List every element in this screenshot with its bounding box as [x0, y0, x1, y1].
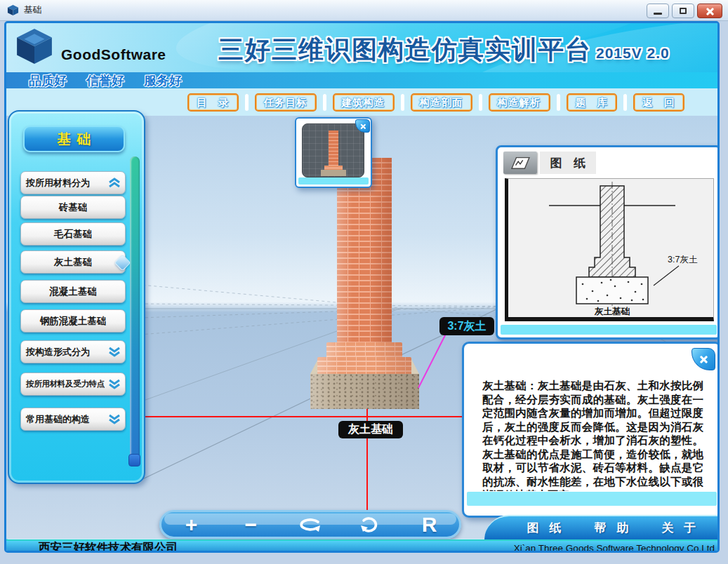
close-icon — [359, 123, 365, 128]
drawing-panel: 图 纸 — [496, 145, 720, 340]
thumbnail-panel-strip — [298, 177, 369, 184]
maximize-icon — [680, 8, 687, 14]
foundation-section-drawing: 3:7灰土 灰土基础 — [508, 179, 713, 317]
footer-links-bar: 图 纸 帮 助 关 于 — [484, 515, 720, 539]
sidebar-item-label: 常用基础的构造 — [26, 413, 90, 426]
app-version: 2015V 2.0 — [596, 45, 670, 61]
model-thumbnail[interactable] — [302, 123, 364, 177]
sidebar-item-label: 按构造形式分为 — [26, 346, 90, 358]
technical-drawing: 3:7灰土 灰土基础 — [505, 178, 714, 321]
nav-catalog-button[interactable]: 目 录 — [187, 93, 239, 112]
sidebar-scrollbar-track[interactable] — [130, 156, 140, 466]
page-title: 三好三维识图构造仿真实训平台2015V 2.0 — [218, 33, 670, 67]
close-button[interactable] — [697, 4, 722, 18]
company-name-en: Xi`an Three Goods Software Technology Co… — [514, 543, 715, 553]
double-chevron-down-icon — [107, 347, 121, 357]
nav-divider — [245, 94, 249, 111]
footer-link-drawing[interactable]: 图 纸 — [527, 520, 565, 536]
brick-step-lower — [317, 357, 411, 375]
sidebar-item-lime-soil-foundation[interactable]: 灰土基础 — [20, 250, 126, 274]
foundation-description-text: 灰土基础：灰土基础是由石灰、土和水按比例配合，经分层夯实而成的基础。灰土强度在一… — [482, 379, 703, 491]
drawing-annotation: 3:7灰土 — [668, 255, 698, 264]
reset-view-button[interactable]: R — [399, 512, 459, 537]
drawing-panel-strip — [501, 325, 717, 335]
goodsoftware-cube-icon — [15, 26, 54, 67]
lime-soil-foundation-block — [310, 374, 419, 409]
status-bar: 西安三好软件技术有限公司 Xi`an Three Goods Software … — [6, 539, 720, 553]
screen: 基础 GoodSoftware 三好三维识图构造仿真实训平台2015V 2.0 — [0, 0, 728, 564]
rotate-left-icon — [298, 516, 322, 533]
description-close-button[interactable] — [691, 348, 715, 370]
sidebar-title-foundation[interactable]: 基础 — [23, 126, 125, 152]
sidebar-category-by-form[interactable]: 按构造形式分为 — [20, 340, 126, 363]
nav-return-button[interactable]: 返 回 — [633, 93, 684, 112]
drawing-caption: 灰土基础 — [594, 307, 630, 316]
sidebar-category-by-material[interactable]: 按所用材料分为 — [20, 171, 126, 194]
slogan-reputation: 信誉好 — [86, 72, 124, 89]
view-toolbar: + − R — [159, 510, 461, 539]
slogan-quality: 品质好 — [29, 72, 67, 89]
app-window: GoodSoftware 三好三维识图构造仿真实训平台2015V 2.0 品质好… — [4, 21, 720, 553]
window-title: 基础 — [24, 4, 41, 16]
footer-link-about[interactable]: 关 于 — [661, 520, 699, 536]
maximize-button[interactable] — [672, 4, 694, 18]
nav-divider — [401, 94, 404, 111]
sidebar-item-brick-foundation[interactable]: 砖基础 — [20, 196, 126, 219]
slogan-service: 服务好 — [144, 72, 182, 89]
footer-link-help[interactable]: 帮 助 — [595, 520, 633, 536]
sidebar-item-label: 灰土基础 — [54, 256, 92, 269]
double-chevron-up-icon — [107, 177, 121, 188]
window-titlebar: 基础 — [0, 0, 728, 21]
app-title-text: 三好三维识图构造仿真实训平台 — [218, 35, 592, 64]
description-panel: 灰土基础：灰土基础是由石灰、土和水按比例配合，经分层夯实而成的基础。灰土强度在一… — [462, 342, 720, 518]
logo-text: GoodSoftware — [61, 46, 166, 63]
double-chevron-down-icon — [107, 379, 121, 389]
thumbnail-column — [329, 130, 338, 167]
nav-building-construction-button[interactable]: 建筑构造 — [333, 93, 395, 112]
sidebar-category-by-material-and-force[interactable]: 按所用材料及受力特点 — [20, 372, 126, 396]
minimize-button[interactable] — [647, 4, 669, 18]
model-thumbnail-panel — [295, 117, 372, 188]
close-icon — [706, 7, 714, 15]
selected-diamond-icon — [114, 254, 131, 271]
thumbnail-base — [321, 170, 346, 176]
nav-divider — [557, 94, 560, 111]
window-controls — [647, 4, 722, 18]
model-name-badge: 灰土基础 — [338, 421, 403, 438]
sidebar-scrollbar-thumb[interactable] — [128, 454, 140, 466]
sidebar-item-label: 按所用材料及受力特点 — [26, 379, 105, 389]
sidebar-item-label: 按所用材料分为 — [26, 177, 90, 189]
zoom-out-button[interactable]: − — [221, 512, 281, 537]
sidebar-item-rubble-foundation[interactable]: 毛石基础 — [20, 222, 126, 246]
rotate-left-button[interactable] — [281, 512, 340, 537]
nav-buttons: 目 录 任务目标 建筑构造 构造剖面 构造解析 题 库 返 回 — [187, 93, 684, 112]
app-header: GoodSoftware 三好三维识图构造仿真实训平台2015V 2.0 — [6, 23, 720, 72]
double-chevron-down-icon — [107, 414, 121, 424]
sidebar-item-concrete-foundation[interactable]: 混凝土基础 — [20, 280, 126, 303]
nav-construction-analysis-button[interactable]: 构造解析 — [489, 93, 550, 112]
app-cube-icon — [7, 4, 19, 16]
nav-construction-section-button[interactable]: 构造剖面 — [411, 93, 472, 112]
tab-drawing[interactable]: 图 纸 — [540, 152, 596, 174]
brick-step-upper — [326, 342, 402, 358]
rotate-right-button[interactable] — [340, 512, 399, 537]
slogan-bar: 品质好 信誉好 服务好 — [6, 72, 720, 88]
zoom-in-button[interactable]: + — [161, 512, 221, 537]
material-label-badge: 3:7灰土 — [439, 317, 494, 335]
drawing-tab-icon-box — [503, 152, 537, 174]
sidebar: 基础 按所用材料分为 砖基础 毛石基础 灰土基础 混凝土基础 钢筋混凝土基础 按… — [8, 110, 145, 484]
blueprint-sheet-icon — [509, 154, 531, 171]
minimize-icon — [654, 13, 662, 15]
sidebar-item-reinforced-concrete-foundation[interactable]: 钢筋混凝土基础 — [20, 309, 126, 333]
rotate-right-icon — [359, 516, 380, 533]
logo: GoodSoftware — [15, 26, 166, 67]
sidebar-category-common-foundation-construction[interactable]: 常用基础的构造 — [20, 408, 126, 431]
nav-divider — [479, 94, 482, 111]
nav-divider — [623, 94, 627, 111]
nav-question-bank-button[interactable]: 题 库 — [567, 93, 618, 112]
close-icon — [699, 355, 708, 363]
company-name-cn: 西安三好软件技术有限公司 — [39, 540, 178, 553]
nav-task-objective-button[interactable]: 任务目标 — [255, 93, 317, 112]
description-panel-strip — [467, 492, 717, 506]
nav-divider — [323, 94, 326, 111]
